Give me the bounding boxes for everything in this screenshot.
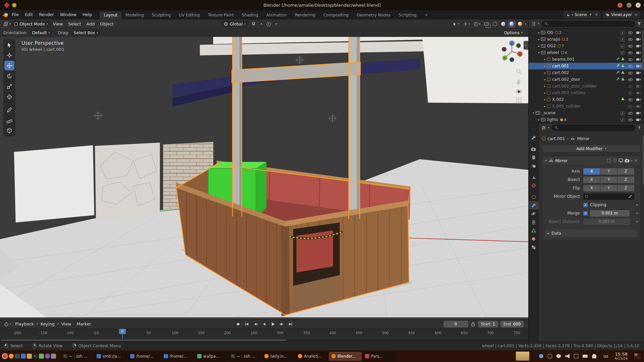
workspace-pager[interactable] [633,352,642,360]
expand-icon[interactable]: ▸ [543,64,547,68]
close-icon[interactable]: × [634,12,638,17]
editor-type-button[interactable]: ▾ [2,21,12,27]
hide-icon[interactable] [628,117,633,123]
menu-add[interactable]: Add [84,21,97,26]
menu-playback[interactable]: Playback [12,321,37,326]
render-visibility-icon[interactable] [636,30,641,36]
taskbar-window-blender-active[interactable]: Blender... [329,352,362,361]
keyboard-layout-indicator[interactable]: us [603,354,608,359]
tab-modeling[interactable]: Modeling [121,11,148,19]
xray-toggle[interactable] [483,21,490,27]
modifier-panel-header[interactable]: ▾ Mirror ▾ × [542,156,640,165]
clipboard-tray-icon[interactable] [574,354,578,358]
render-visibility-icon[interactable] [636,70,641,76]
clipping-checkbox[interactable]: ✓ [583,203,588,207]
start-frame-field[interactable]: Start1 [478,321,498,327]
hide-icon[interactable] [628,97,633,103]
playhead[interactable]: 0 [119,329,126,334]
next-keyframe-button[interactable] [278,321,285,327]
render-visibility-icon[interactable] [636,97,641,103]
applications-menu-icon[interactable] [2,353,8,359]
auto-keying-button[interactable] [234,321,242,327]
tab-tool[interactable] [529,133,539,142]
timeline-editor-type-button[interactable]: ▾ [3,321,12,327]
mail-launcher-icon[interactable] [15,354,20,359]
jump-to-start-button[interactable] [243,321,251,327]
tab-texture-paint[interactable]: Texture Paint [204,11,238,19]
axis-z-button[interactable]: Z [618,168,634,175]
tab-object[interactable] [529,193,539,201]
hide-icon[interactable] [628,90,633,96]
current-frame-field[interactable]: 0 [443,321,468,327]
transform-tool[interactable] [4,92,14,102]
window-close-button[interactable]: × [636,3,641,8]
breadcrumb-modifier[interactable]: Mirror [577,136,589,141]
window-minimize-button[interactable] [627,3,632,8]
hide-icon[interactable] [628,57,633,63]
expand-icon[interactable]: ▸ [537,44,541,48]
render-visibility-icon[interactable] [636,90,641,96]
menu-help[interactable]: Help [79,10,95,19]
zoom-icon[interactable] [516,68,522,75]
mesh-data-icon[interactable] [621,64,625,67]
add-workspace-button[interactable]: + [421,11,432,19]
close-icon[interactable]: × [595,12,598,17]
tab-texture[interactable] [529,243,539,251]
cursor-tool[interactable] [4,50,14,60]
render-visibility-icon[interactable] [636,77,641,82]
axis-y-button[interactable]: Y [600,168,617,175]
tab-world[interactable] [529,181,539,190]
music-launcher-icon[interactable] [45,354,50,359]
tab-shading[interactable]: Shading [238,11,262,19]
timeline-ruler[interactable]: -200 -150 -100 -50 0 50 100 150 200 250 … [0,328,528,336]
snap-toggle[interactable] [250,21,257,27]
chevron-down-icon[interactable]: ▾ [525,22,526,25]
menu-view[interactable]: View [50,21,66,26]
shading-material-button[interactable] [508,21,515,27]
menu-file[interactable]: File [9,10,22,19]
play-reverse-button[interactable] [260,321,268,327]
blender-logo-icon[interactable] [2,11,9,18]
tab-rendering[interactable]: Rendering [291,11,319,19]
browser-launcher-icon[interactable] [9,354,14,359]
navigation-gizmo[interactable]: Z X Y [499,39,524,64]
options-dropdown[interactable]: Options ▾ [502,29,525,36]
end-frame-field[interactable]: End600 [500,321,524,327]
tab-object-data[interactable] [529,226,539,235]
rotate-tool[interactable] [4,71,14,81]
render-visibility-icon[interactable] [636,117,641,123]
animate-dot[interactable] [636,204,638,205]
chat-tray-icon[interactable] [548,354,552,358]
flip-x-button[interactable]: X [583,185,600,191]
properties-search-input[interactable] [551,125,635,131]
ortho-grid-icon[interactable] [516,97,522,104]
outliner-row-og2[interactable]: ▸ OG2 7 ✓ [529,43,644,49]
taskbar-window-smb[interactable]: smb://a... [94,352,127,361]
taskbar-window-zsh-1[interactable]: >_~ : zsh ... [61,352,93,361]
notification-tray-icon[interactable] [592,354,596,358]
outliner-scrollbar[interactable] [642,30,644,70]
tab-view-layer[interactable] [529,162,539,170]
shield-tray-icon[interactable] [556,354,561,358]
eyedropper-icon[interactable] [628,194,632,198]
pin-icon[interactable] [637,126,641,130]
realtime-toggle-icon[interactable] [619,158,623,163]
selectability-visibility-button[interactable]: ▾ [451,21,461,27]
files-launcher-icon[interactable] [21,354,26,359]
expand-icon[interactable]: ▸ [543,84,547,88]
tab-animation[interactable]: Animation [262,11,291,19]
mesh-data-icon[interactable] [621,77,625,80]
hide-icon[interactable] [628,104,633,110]
expand-icon[interactable]: ▸ [543,98,547,101]
window-manager-icon[interactable] [4,2,10,8]
exclude-checkbox[interactable]: ✓ [621,111,625,115]
merge-checkbox[interactable]: ✓ [583,211,588,216]
add-modifier-button[interactable]: Add Modifier ▾ [542,145,641,152]
expand-icon[interactable]: ▸ [537,38,541,41]
image-viewer-launcher-icon[interactable] [27,354,32,359]
outliner-row-beams001[interactable]: ▸ beams.001 [529,56,644,63]
merge-value-field[interactable]: 0.001 m [590,210,630,217]
tab-output[interactable] [529,153,539,162]
add-cube-tool[interactable] [4,126,14,135]
battery-tray-icon[interactable] [583,355,588,358]
